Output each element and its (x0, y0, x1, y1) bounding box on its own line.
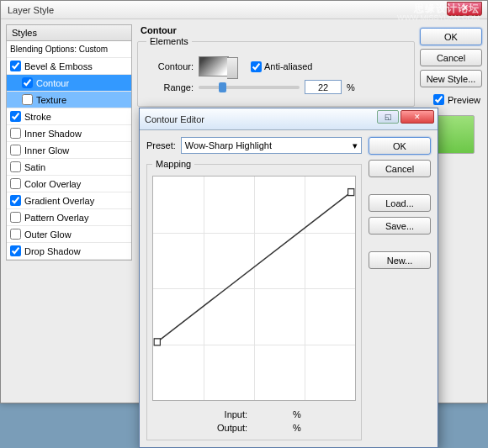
contour-editor-dialog: Contour Editor ◱ ✕ Preset: Wow-Sharp Hig… (139, 108, 438, 448)
ok-button[interactable]: OK (369, 137, 431, 155)
checkbox[interactable] (10, 161, 21, 172)
style-item[interactable]: Drop Shadow (7, 243, 131, 260)
titlebar[interactable]: Contour Editor ◱ ✕ (140, 108, 438, 130)
svg-rect-2 (348, 189, 354, 196)
elements-fieldset: Elements Contour: Anti-aliased Range: (137, 36, 415, 107)
checkbox[interactable] (22, 94, 33, 105)
style-label: Contour (36, 78, 69, 88)
checkbox[interactable] (22, 77, 33, 88)
style-label: Stroke (24, 112, 51, 122)
close-button[interactable]: ✕ (400, 110, 434, 124)
contour-label: Contour: (146, 61, 194, 71)
load-button[interactable]: Load... (369, 194, 431, 212)
contour-picker[interactable] (199, 56, 229, 76)
preset-label: Preset: (146, 140, 176, 150)
preset-value: Wow-Sharp Highlight (185, 140, 272, 150)
style-label: Outer Glow (24, 229, 72, 240)
style-label: Color Overlay (24, 179, 81, 189)
checkbox[interactable] (10, 229, 21, 240)
new-button[interactable]: New... (369, 251, 431, 269)
style-item[interactable]: Texture (7, 92, 131, 108)
save-button[interactable]: Save... (369, 217, 431, 235)
style-item[interactable]: Color Overlay (7, 176, 131, 192)
preset-dropdown[interactable]: Wow-Sharp Highlight ▾ (181, 137, 362, 154)
checkbox[interactable] (10, 128, 21, 139)
svg-line-0 (157, 192, 351, 342)
watermark-url: WWW.MISSYUAN.COM (397, 13, 480, 22)
chevron-down-icon: ▾ (353, 140, 358, 151)
output-label: Output: (207, 423, 247, 433)
checkbox[interactable] (10, 245, 21, 256)
checkbox[interactable] (10, 178, 21, 189)
help-button[interactable]: ◱ (377, 110, 399, 124)
curve-canvas[interactable] (152, 176, 356, 401)
checkbox[interactable] (10, 111, 21, 122)
window-title: Contour Editor (145, 114, 204, 124)
blending-options-row[interactable]: Blending Options: Custom (7, 41, 131, 58)
checkbox[interactable] (10, 212, 21, 223)
style-item[interactable]: Satin (7, 159, 131, 176)
styles-header[interactable]: Styles (6, 24, 132, 41)
window-title: Layer Style (4, 5, 54, 15)
styles-list: Blending Options: Custom Bevel & Emboss … (6, 41, 132, 261)
style-item[interactable]: Inner Shadow (7, 125, 131, 142)
style-item[interactable]: Bevel & Emboss (7, 58, 131, 75)
fieldset-legend: Elements (146, 36, 192, 46)
styles-panel: Styles Blending Options: Custom Bevel & … (6, 24, 132, 398)
input-unit: % (293, 409, 301, 419)
range-unit: % (347, 82, 355, 92)
style-label: Pattern Overlay (24, 213, 88, 223)
checkbox[interactable] (10, 195, 21, 206)
output-unit: % (293, 423, 301, 433)
style-item[interactable]: Contour (7, 75, 131, 92)
range-input[interactable] (305, 80, 342, 94)
style-label: Drop Shadow (24, 246, 81, 256)
range-slider[interactable] (199, 86, 300, 89)
input-label: Input: (207, 409, 247, 419)
style-item[interactable]: Pattern Overlay (7, 209, 131, 226)
cancel-button[interactable]: Cancel (369, 160, 431, 177)
preview-label: Preview (448, 95, 480, 105)
mapping-fieldset: Mapping Input: (146, 159, 362, 440)
style-label: Satin (24, 162, 45, 172)
style-item[interactable]: Outer Glow (7, 226, 131, 243)
dialog-buttons: OK Cancel Load... Save... New... (369, 137, 431, 440)
style-item[interactable]: Gradient Overlay (7, 192, 131, 209)
checkbox[interactable] (10, 145, 21, 155)
section-title: Contour (137, 24, 415, 36)
new-style-button[interactable]: New Style... (420, 70, 482, 87)
style-item[interactable]: Stroke (7, 108, 131, 125)
svg-rect-1 (154, 339, 160, 345)
range-label: Range: (146, 82, 194, 92)
cancel-button[interactable]: Cancel (420, 49, 482, 66)
style-label: Bevel & Emboss (24, 61, 93, 71)
style-label: Inner Glow (24, 145, 69, 155)
checkbox[interactable] (10, 61, 21, 71)
style-label: Gradient Overlay (24, 196, 94, 206)
anti-aliased-checkbox[interactable] (251, 61, 262, 72)
anti-aliased-label: Anti-aliased (264, 61, 312, 71)
preview-checkbox[interactable] (433, 94, 444, 105)
ok-button[interactable]: OK (420, 28, 482, 45)
mapping-legend: Mapping (152, 159, 194, 169)
style-item[interactable]: Inner Glow (7, 142, 131, 159)
style-label: Texture (36, 95, 66, 105)
style-label: Inner Shadow (24, 129, 82, 139)
